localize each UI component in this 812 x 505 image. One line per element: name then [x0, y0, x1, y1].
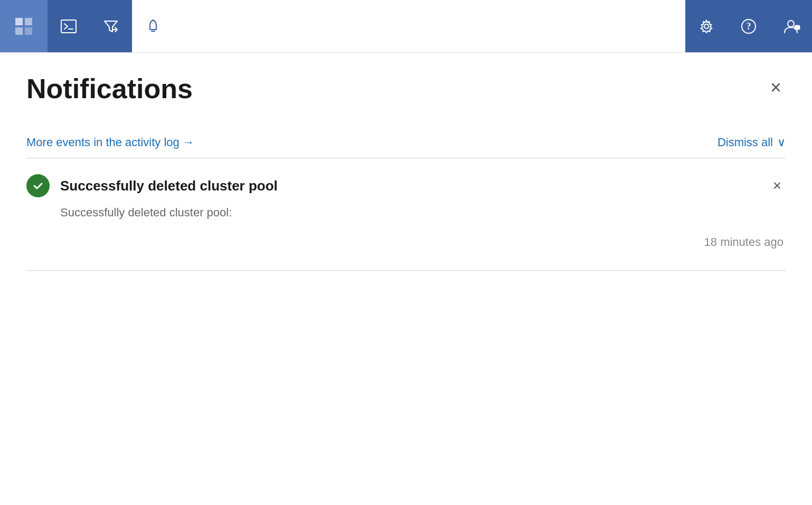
notification-time: 18 minutes ago — [26, 235, 786, 249]
user-feedback-icon[interactable] — [770, 0, 812, 52]
topbar-middle — [174, 0, 685, 52]
notification-body: Successfully deleted cluster pool: — [60, 206, 786, 220]
dismiss-all-button[interactable]: Dismiss all ∨ — [717, 136, 786, 149]
svg-point-16 — [788, 21, 794, 27]
terminal-icon[interactable] — [48, 0, 90, 52]
notifications-actions: More events in the activity log → Dismis… — [26, 136, 786, 149]
notification-title: Successfully deleted cluster pool — [60, 178, 278, 194]
notification-title-row: Successfully deleted cluster pool — [26, 174, 278, 197]
notification-item: Successfully deleted cluster pool × Succ… — [26, 158, 786, 260]
topbar-icons-right: ? — [685, 0, 812, 52]
dismiss-item-button[interactable]: × — [769, 176, 786, 195]
svg-rect-1 — [25, 18, 32, 25]
topbar: ? — [0, 0, 812, 53]
notifications-panel: Notifications × More events in the activ… — [0, 53, 812, 271]
help-icon[interactable]: ? — [728, 0, 770, 52]
activity-log-link[interactable]: More events in the activity log → — [26, 136, 194, 149]
svg-rect-0 — [15, 18, 23, 25]
svg-text:?: ? — [747, 21, 751, 32]
topbar-icons-left — [48, 0, 132, 52]
svg-rect-2 — [15, 27, 23, 35]
svg-rect-3 — [25, 27, 32, 35]
settings-icon[interactable] — [685, 0, 728, 52]
topbar-logo[interactable] — [0, 0, 48, 52]
close-panel-button[interactable]: × — [766, 74, 786, 101]
svg-point-13 — [704, 24, 709, 28]
notifications-title: Notifications — [26, 74, 193, 104]
success-icon — [26, 174, 50, 197]
bottom-divider — [26, 270, 786, 271]
chevron-down-icon: ∨ — [777, 136, 786, 149]
topbar-left — [0, 0, 132, 52]
notification-item-header: Successfully deleted cluster pool × — [26, 174, 786, 197]
dismiss-all-label: Dismiss all — [717, 136, 773, 149]
bell-icon[interactable] — [132, 0, 174, 52]
svg-rect-4 — [61, 20, 76, 33]
notifications-header: Notifications × — [26, 74, 786, 104]
filter-icon[interactable] — [90, 0, 132, 52]
